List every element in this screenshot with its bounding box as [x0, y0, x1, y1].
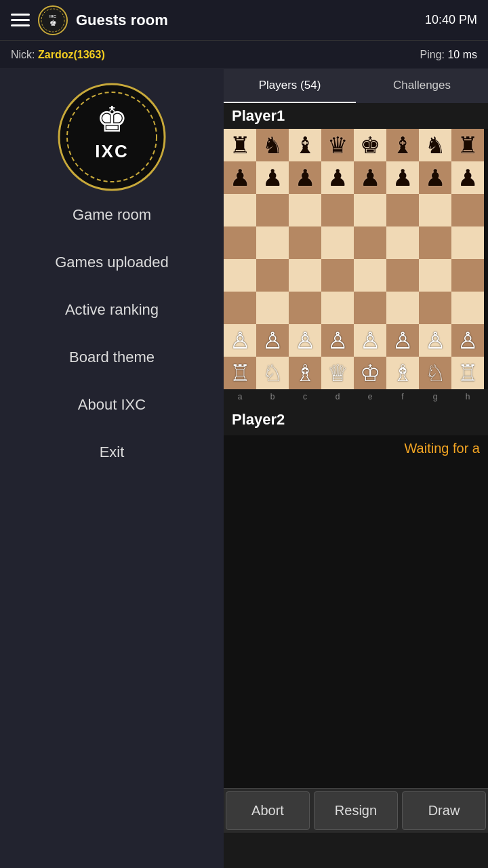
chess-cell-4-1[interactable] — [256, 259, 289, 292]
chess-cell-5-7[interactable] — [451, 292, 484, 324]
chess-cell-1-3[interactable]: ♟ — [321, 161, 354, 194]
chess-cell-7-7[interactable]: ♖ — [451, 357, 484, 389]
chess-cell-3-2[interactable] — [289, 226, 321, 259]
chess-cell-5-4[interactable] — [354, 292, 386, 324]
black-piece: ♟ — [327, 166, 348, 189]
sidebar-item-exit[interactable]: Exit — [0, 429, 224, 476]
chess-cell-1-6[interactable]: ♟ — [419, 161, 451, 194]
black-piece: ♜ — [230, 134, 250, 157]
tab-challenges[interactable]: Challenges — [356, 69, 488, 103]
chess-cell-1-2[interactable]: ♟ — [289, 161, 321, 194]
chess-cell-4-6[interactable] — [419, 259, 451, 292]
black-piece: ♟ — [262, 166, 283, 189]
chess-cell-0-4[interactable]: ♚ — [354, 129, 386, 161]
chess-cell-1-7[interactable]: ♟ — [451, 161, 484, 194]
sidebar-menu: Game room Games uploaded Active ranking … — [0, 191, 224, 476]
chess-cell-4-4[interactable] — [354, 259, 386, 292]
black-piece: ♜ — [458, 134, 478, 157]
nick-label: Nick: — [11, 49, 35, 60]
chess-cell-7-1[interactable]: ♘ — [256, 357, 289, 389]
chess-cell-2-3[interactable] — [321, 194, 354, 226]
sidebar-item-games-uploaded[interactable]: Games uploaded — [0, 239, 224, 286]
chess-cell-4-2[interactable] — [289, 259, 321, 292]
chess-cell-3-1[interactable] — [256, 226, 289, 259]
nick-name: Zardoz(1363) — [38, 49, 105, 60]
chess-cell-2-6[interactable] — [419, 194, 451, 226]
black-piece: ♝ — [295, 134, 315, 157]
chess-cell-4-3[interactable] — [321, 259, 354, 292]
chess-cell-5-0[interactable] — [224, 292, 256, 324]
chess-cell-0-3[interactable]: ♛ — [321, 129, 354, 161]
chess-cell-1-0[interactable]: ♟ — [224, 161, 256, 194]
black-piece: ♞ — [262, 134, 283, 157]
draw-button[interactable]: Draw — [402, 791, 486, 830]
chess-cell-0-6[interactable]: ♞ — [419, 129, 451, 161]
chess-cell-2-2[interactable] — [289, 194, 321, 226]
chess-cell-7-0[interactable]: ♖ — [224, 357, 256, 389]
chess-cell-5-3[interactable] — [321, 292, 354, 324]
ping-value: 10 ms — [447, 49, 477, 60]
chess-cell-7-6[interactable]: ♘ — [419, 357, 451, 389]
chess-cell-1-5[interactable]: ♟ — [386, 161, 419, 194]
tabs-bar: Players (54) Challenges — [224, 69, 488, 103]
chess-cell-4-0[interactable] — [224, 259, 256, 292]
sidebar-item-game-room[interactable]: Game room — [0, 191, 224, 239]
sidebar-item-board-theme[interactable]: Board theme — [0, 334, 224, 381]
chess-cell-6-6[interactable]: ♙ — [419, 324, 451, 357]
chess-cell-5-5[interactable] — [386, 292, 419, 324]
black-piece: ♛ — [327, 134, 348, 157]
chess-cell-7-2[interactable]: ♗ — [289, 357, 321, 389]
white-piece: ♗ — [295, 361, 315, 384]
chess-cell-3-3[interactable] — [321, 226, 354, 259]
chess-cell-5-6[interactable] — [419, 292, 451, 324]
white-piece: ♘ — [262, 361, 283, 384]
chess-cell-3-4[interactable] — [354, 226, 386, 259]
chess-cell-0-7[interactable]: ♜ — [451, 129, 484, 161]
header-title: Guests room — [76, 12, 168, 29]
chess-cell-6-4[interactable]: ♙ — [354, 324, 386, 357]
chess-cell-2-1[interactable] — [256, 194, 289, 226]
tab-players[interactable]: Players (54) — [224, 69, 356, 103]
chess-cell-0-5[interactable]: ♝ — [386, 129, 419, 161]
chess-cell-3-0[interactable] — [224, 226, 256, 259]
chess-cell-3-5[interactable] — [386, 226, 419, 259]
nick-info: Nick: Zardoz(1363) — [11, 49, 105, 61]
chess-cell-7-4[interactable]: ♔ — [354, 357, 386, 389]
chess-cell-3-6[interactable] — [419, 226, 451, 259]
chess-cell-4-7[interactable] — [451, 259, 484, 292]
white-piece: ♕ — [327, 361, 348, 384]
chess-cell-1-1[interactable]: ♟ — [256, 161, 289, 194]
sidebar-item-about-ixc[interactable]: About IXC — [0, 381, 224, 429]
chess-cell-0-1[interactable]: ♞ — [256, 129, 289, 161]
white-piece: ♖ — [230, 361, 250, 384]
chess-cell-6-0[interactable]: ♙ — [224, 324, 256, 357]
sidebar: ♚ IXC Game room Games uploaded Active ra… — [0, 69, 224, 868]
chess-cell-1-4[interactable]: ♟ — [354, 161, 386, 194]
svg-text:♚: ♚ — [49, 18, 57, 28]
chess-cell-6-5[interactable]: ♙ — [386, 324, 419, 357]
abort-button[interactable]: Abort — [226, 791, 310, 830]
chess-cell-6-3[interactable]: ♙ — [321, 324, 354, 357]
chess-cell-0-0[interactable]: ♜ — [224, 129, 256, 161]
chess-cell-2-4[interactable] — [354, 194, 386, 226]
chess-cell-0-2[interactable]: ♝ — [289, 129, 321, 161]
chess-cell-4-5[interactable] — [386, 259, 419, 292]
chess-cell-7-5[interactable]: ♗ — [386, 357, 419, 389]
sidebar-item-active-ranking[interactable]: Active ranking — [0, 286, 224, 334]
chess-cell-5-1[interactable] — [256, 292, 289, 324]
bottom-strip — [224, 833, 488, 868]
chess-cell-7-3[interactable]: ♕ — [321, 357, 354, 389]
chess-cell-2-5[interactable] — [386, 194, 419, 226]
chess-cell-2-7[interactable] — [451, 194, 484, 226]
chess-cell-2-0[interactable] — [224, 194, 256, 226]
header-time: 10:40 PM — [425, 13, 477, 27]
chess-cell-6-2[interactable]: ♙ — [289, 324, 321, 357]
black-piece: ♟ — [392, 166, 413, 189]
resign-button[interactable]: Resign — [314, 791, 398, 830]
chess-cell-6-1[interactable]: ♙ — [256, 324, 289, 357]
chess-cell-3-7[interactable] — [451, 226, 484, 259]
menu-button[interactable] — [11, 14, 30, 26]
app-logo: IXC ♚ — [38, 5, 68, 35]
chess-cell-6-7[interactable]: ♙ — [451, 324, 484, 357]
chess-cell-5-2[interactable] — [289, 292, 321, 324]
